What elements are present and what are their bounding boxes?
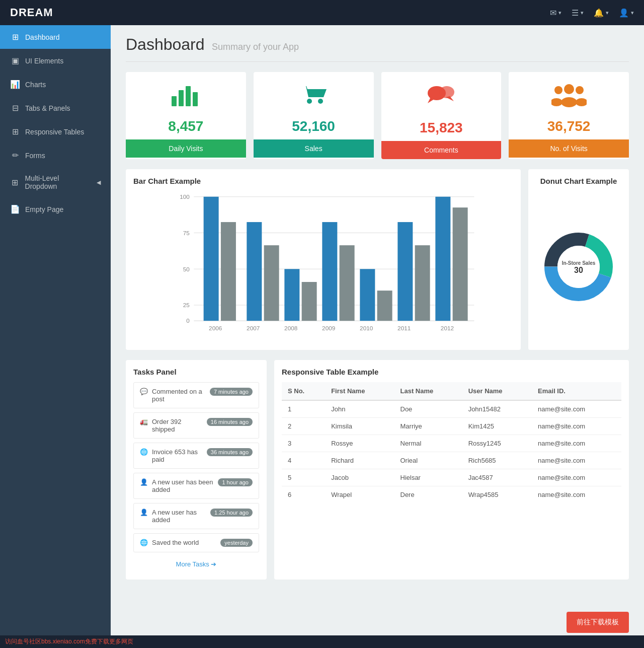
cell-username: Jac4587	[462, 469, 532, 486]
sidebar-item-label: Responsive Tables	[25, 128, 84, 136]
table-header: S No. First Name Last Name User Name Ema…	[282, 382, 621, 400]
charts-row: Bar Chart Example 100 75 50 25	[126, 169, 629, 350]
stat-card-body: 15,823	[381, 72, 502, 141]
responsive-table: S No. First Name Last Name User Name Ema…	[282, 382, 621, 503]
sidebar-item-responsive-tables[interactable]: ⊞ Responsive Tables	[0, 120, 111, 143]
svg-rect-37	[415, 245, 430, 321]
tasks-panel-title: Tasks Panel	[133, 368, 259, 376]
more-tasks-link[interactable]: More Tasks ➔	[133, 556, 259, 572]
bar-chart-title: Bar Chart Example	[133, 177, 513, 185]
notifications-button[interactable]: 🔔 ▾	[594, 8, 609, 18]
header: DREAM ✉ ▾ ☰ ▾ 🔔 ▾ 👤 ▾	[0, 0, 644, 25]
table-row: 6 Wrapel Dere Wrap4585 name@site.com	[282, 486, 621, 503]
table-panel: Responsive Table Example S No. First Nam…	[274, 360, 629, 580]
svg-rect-29	[264, 245, 279, 321]
cell-email: name@site.com	[532, 400, 621, 418]
task-text: Commented on a post	[152, 388, 206, 403]
cell-email: name@site.com	[532, 452, 621, 469]
sidebar-item-empty-page[interactable]: 📄 Empty Page	[0, 197, 111, 221]
svg-point-8	[439, 86, 454, 98]
cell-email: name@site.com	[532, 418, 621, 435]
truck-icon: 🚛	[140, 418, 148, 425]
invoice-icon: 🌐	[140, 448, 148, 456]
svg-text:100: 100	[180, 193, 190, 200]
task-item: 💬 Commented on a post 7 minutes ago	[133, 382, 259, 408]
sidebar-item-ui-elements[interactable]: ▣ UI Elements	[0, 49, 111, 73]
donut-center-value: 30	[574, 266, 583, 274]
col-email: Email ID.	[532, 382, 621, 400]
sidebar-item-multi-level-dropdown[interactable]: ⊞ Multi-Level Dropdown ◀	[0, 167, 111, 197]
download-button[interactable]: 前往下载模板	[567, 612, 629, 633]
task-text: A new user has added	[152, 509, 206, 524]
task-badge: 36 minutes ago	[207, 448, 253, 456]
stat-card-body: 36,752	[509, 72, 629, 139]
sidebar-item-label: Forms	[25, 152, 45, 160]
svg-rect-27	[221, 222, 236, 321]
comments-footer[interactable]: Comments	[381, 141, 502, 159]
sidebar-item-tabs-panels[interactable]: ⊟ Tabs & Panels	[0, 96, 111, 120]
menu-button[interactable]: ☰ ▾	[572, 8, 584, 18]
svg-text:2011: 2011	[397, 325, 411, 331]
forms-icon: ✏	[10, 151, 20, 160]
stat-card-daily-visits: 8,457 Daily Visits	[126, 72, 246, 159]
svg-rect-32	[322, 222, 337, 321]
dashboard-icon: ⊞	[10, 32, 20, 42]
task-badge: 16 minutes ago	[207, 418, 253, 426]
charts-icon: 📊	[10, 80, 20, 89]
sidebar-item-label: Dashboard	[25, 33, 60, 41]
task-item: 🚛 Order 392 shipped 16 minutes ago	[133, 412, 259, 439]
svg-text:2010: 2010	[360, 325, 373, 331]
sidebar-item-dashboard[interactable]: ⊞ Dashboard	[0, 25, 111, 49]
svg-rect-3	[193, 92, 198, 106]
sales-footer[interactable]: Sales	[254, 139, 374, 158]
no-of-visits-footer[interactable]: No. of Visits	[509, 139, 629, 158]
table-row: 3 Rossye Nermal Rossy1245 name@site.com	[282, 435, 621, 452]
col-username: User Name	[462, 382, 532, 400]
daily-visits-value: 8,457	[133, 118, 238, 134]
svg-point-12	[554, 86, 562, 94]
world-icon: 🌐	[140, 539, 148, 546]
stat-card-sales: 52,160 Sales	[254, 72, 374, 159]
task-badge: yesterday	[220, 539, 253, 547]
svg-text:25: 25	[183, 302, 190, 308]
svg-rect-34	[360, 269, 375, 321]
sidebar-item-charts[interactable]: 📊 Charts	[0, 73, 111, 96]
task-badge: 1 hour ago	[218, 478, 253, 486]
stat-card-comments: 15,823 Comments	[381, 72, 502, 159]
col-sno: S No.	[282, 382, 325, 400]
svg-rect-0	[172, 96, 177, 106]
comments-value: 15,823	[389, 120, 494, 136]
task-text: Invoice 653 has paid	[152, 448, 203, 463]
daily-visits-icon	[133, 82, 238, 114]
svg-text:2009: 2009	[322, 325, 335, 331]
email-button[interactable]: ✉ ▾	[550, 8, 561, 18]
cell-last-name: Doe	[394, 400, 462, 418]
donut-chart-title: Donut Chart Example	[540, 177, 617, 185]
daily-visits-footer[interactable]: Daily Visits	[126, 139, 246, 158]
user-button[interactable]: 👤 ▾	[619, 8, 634, 18]
task-badge: 7 minutes ago	[210, 388, 253, 396]
table-row: 4 Richard Orieal Rich5685 name@site.com	[282, 452, 621, 469]
svg-rect-26	[204, 197, 219, 321]
sidebar-item-label: UI Elements	[25, 57, 63, 65]
sidebar-item-label: Empty Page	[25, 205, 63, 213]
svg-rect-31	[302, 282, 317, 321]
tabs-icon: ⊟	[10, 103, 20, 113]
cell-first-name: John	[325, 400, 394, 418]
cell-first-name: Rossye	[325, 435, 394, 452]
cell-sno: 3	[282, 435, 325, 452]
task-item: 🌐 Saved the world yesterday	[133, 533, 259, 552]
sidebar-item-label: Tabs & Panels	[25, 104, 70, 112]
ui-elements-icon: ▣	[10, 56, 20, 65]
sidebar-item-forms[interactable]: ✏ Forms	[0, 143, 111, 167]
cell-sno: 5	[282, 469, 325, 486]
table-panel-title: Responsive Table Example	[282, 368, 621, 376]
stat-card-no-of-visits: 36,752 No. of Visits	[509, 72, 629, 159]
page-subtitle: Summary of your App	[212, 42, 299, 52]
svg-point-14	[576, 86, 584, 94]
col-last-name: Last Name	[394, 382, 462, 400]
table-body: 1 John Doe John15482 name@site.com 2 Kim…	[282, 400, 621, 503]
task-badge: 1.25 hour ago	[210, 509, 253, 517]
donut-container: In-Store Sales 30	[536, 191, 621, 342]
svg-text:50: 50	[183, 266, 190, 272]
